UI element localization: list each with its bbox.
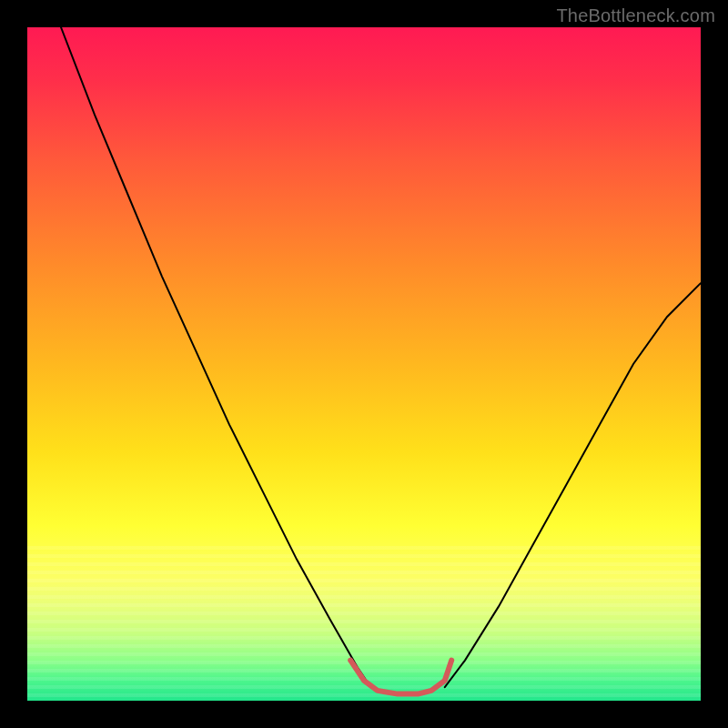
left-curve — [61, 27, 370, 687]
chart-stage: TheBottleneck.com — [0, 0, 728, 728]
curve-layer — [27, 27, 701, 701]
plot-area — [27, 27, 701, 701]
trough-curve — [350, 661, 451, 694]
right-curve — [445, 283, 701, 687]
watermark-text: TheBottleneck.com — [556, 5, 715, 26]
